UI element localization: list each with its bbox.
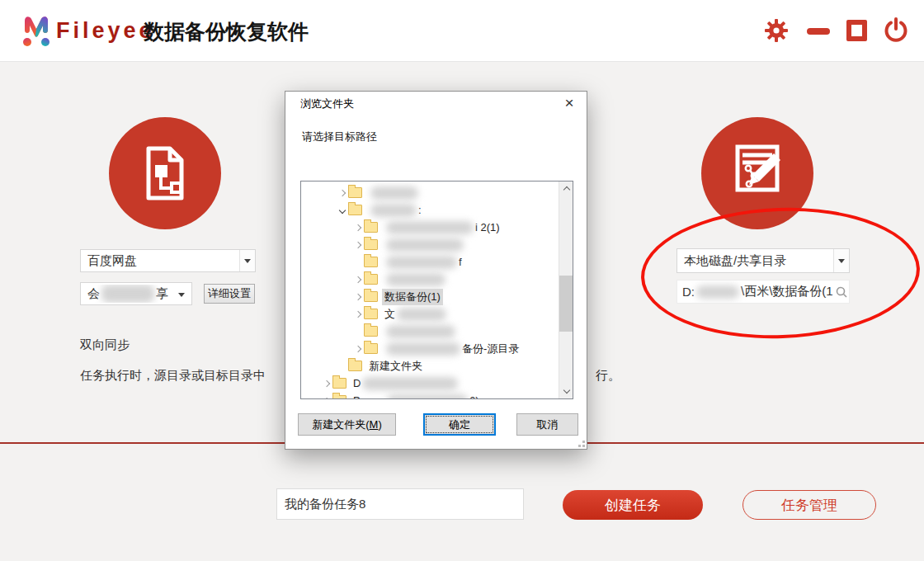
task-manage-button[interactable]: 任务管理 [742,490,876,520]
folder-icon [364,257,378,267]
redacted-text [370,204,417,217]
scroll-up-icon[interactable] [559,182,573,196]
folder-icon [364,309,378,319]
detail-settings-button[interactable]: 详细设置 [204,284,255,304]
tree-row-label: Progra6) [351,394,482,400]
cancel-button[interactable]: 取消 [516,413,578,436]
chevron-right-icon[interactable] [354,241,361,248]
target-type-value: 本地磁盘/共享目录 [677,253,833,269]
tree-row[interactable]: : [301,201,559,219]
redacted-text [386,256,457,269]
chevron-right-icon[interactable] [338,189,345,196]
target-type-select[interactable]: 本地磁盘/共享目录 [676,248,850,273]
chevron-down-icon[interactable] [338,206,345,213]
tree-row[interactable] [301,184,559,201]
create-task-button[interactable]: 创建任务 [563,490,703,520]
new-folder-label: 新建文件夹( [312,417,369,432]
new-folder-button[interactable]: 新建文件夹(M) [298,413,396,436]
search-icon[interactable] [835,285,848,299]
task-name-input[interactable] [276,488,524,520]
settings-gear-icon[interactable] [764,18,789,43]
redacted-text [386,325,455,338]
redacted-text [397,308,446,321]
tree-row[interactable] [301,271,559,288]
source-type-value: 百度网盘 [81,253,239,269]
folder-icon [364,343,378,354]
folder-icon [332,395,346,399]
tree-row[interactable]: 新建文件夹 [301,357,559,375]
tree-row[interactable]: i 2(1) [301,219,559,236]
target-path-suffix: \西米\数据备份(1 [741,284,833,299]
tree-row[interactable]: 文 [301,305,559,323]
tree-row-label: D [351,376,462,391]
tree-row-label: 文 [382,306,450,323]
target-path-prefix: D: [682,285,695,299]
new-folder-mnemonic: M [370,418,379,431]
tree-row[interactable] [301,236,559,253]
tree-row[interactable]: D [301,375,559,392]
app-title: 数据备份恢复软件 [144,18,309,45]
chevron-right-icon[interactable] [323,397,329,399]
folder-tree-panel[interactable]: :i 2(1)f数据备份(1)文备份-源目录新建文件夹DProgra6) [300,181,573,399]
folder-icon [364,326,378,337]
redacted-text [362,377,458,390]
scrollbar-thumb[interactable] [559,276,573,332]
chevron-right-icon[interactable] [354,293,361,299]
tree-row[interactable]: f [301,253,559,271]
chevron-right-icon[interactable] [354,224,361,230]
folder-tree: :i 2(1)f数据备份(1)文备份-源目录新建文件夹DProgra6) [301,184,559,399]
account-value: 会 享 [81,285,191,303]
redacted-text [370,186,418,200]
dialog-prompt: 请选择目标路径 [302,130,377,144]
maximize-icon[interactable] [846,20,867,41]
tree-row-label [366,186,422,200]
tree-row[interactable]: 备份-源目录 [301,340,559,357]
minimize-icon[interactable] [807,28,830,35]
redacted-text [696,285,739,299]
source-document-icon [109,117,221,229]
folder-icon [348,187,362,198]
redacted-text [386,273,446,286]
power-close-icon[interactable] [883,17,909,44]
fileyee-logo-icon [21,14,51,49]
chevron-right-icon[interactable] [323,380,329,386]
tree-row[interactable]: Progra6) [301,392,559,399]
chevron-down-icon[interactable] [178,293,185,297]
dialog-title: 浏览文件夹 [300,92,354,116]
redacted-text [386,342,460,356]
folder-icon [364,274,378,285]
tree-row[interactable] [301,323,559,340]
target-feature-icon [701,117,813,229]
target-edit-icon [701,117,813,229]
resize-grip[interactable] [575,437,585,447]
chevron-right-icon[interactable] [354,345,361,351]
tree-row-label: f [382,255,464,270]
chevron-down-icon[interactable] [833,249,849,272]
ok-button[interactable]: 确定 [423,413,496,436]
close-icon[interactable]: × [557,92,582,116]
folder-icon [348,361,362,371]
source-type-select[interactable]: 百度网盘 [80,249,256,272]
tree-row-label [382,324,460,339]
redacted-text [386,221,474,234]
tree-row-label [382,238,468,252]
sync-mode-label: 双向同步 [80,337,130,353]
tree-row-label: 新建文件夹 [366,358,425,375]
tree-row-label [382,272,450,287]
task-description-left: 任务执行时，源目录或目标目录中 [80,368,266,384]
dialog-titlebar[interactable]: 浏览文件夹 × [285,92,587,116]
task-description-right: 行。 [596,368,620,384]
chevron-right-icon[interactable] [354,276,361,282]
account-select[interactable]: 会 享 [80,282,192,305]
brand-name: Fileyee [56,18,155,44]
target-path-field[interactable]: D: \西米\数据备份(1 [676,280,850,304]
tree-row[interactable]: 数据备份(1) [301,288,559,305]
scroll-down-icon[interactable] [559,384,573,398]
tree-row-label: 备份-源目录 [382,341,521,357]
tree-row-label: i 2(1) [382,220,502,235]
chevron-right-icon[interactable] [354,310,361,317]
vertical-scrollbar[interactable] [559,182,573,398]
app-header: Fileyee 数据备份恢复软件 [0,0,924,62]
chevron-down-icon[interactable] [239,250,255,271]
folder-icon [348,205,362,215]
